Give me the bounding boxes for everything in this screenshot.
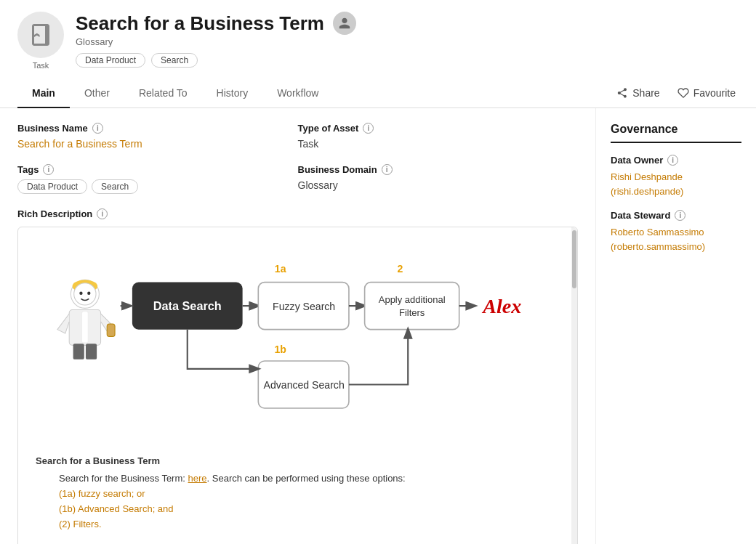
business-name-label: Business Name i: [17, 123, 298, 134]
field-tags: Tags i Data Product Search: [17, 164, 298, 194]
desc-step-1b: (1b) Advanced Search; and: [59, 502, 560, 517]
tab-related-to[interactable]: Related To: [124, 78, 202, 107]
business-domain-info-icon[interactable]: i: [382, 164, 393, 175]
filters-text-2: Filters: [399, 307, 425, 318]
tags-row: Data Product Search: [17, 179, 298, 194]
type-of-asset-info-icon[interactable]: i: [363, 123, 374, 134]
svg-rect-7: [107, 324, 115, 336]
label-1a: 1a: [275, 263, 286, 275]
data-steward-name[interactable]: Roberto Sammassimo: [611, 225, 741, 240]
description-text: Search for a Business Term Search for th…: [30, 454, 566, 538]
business-name-value: Search for a Business Term: [17, 138, 298, 150]
advanced-search-text: Advanced Search: [264, 379, 345, 391]
tab-actions: Share Favourite: [614, 81, 739, 105]
header-info: Search for a Business Term Glossary Data…: [76, 12, 739, 68]
scrollbar-thumb: [572, 230, 576, 288]
fuzzy-search-text: Fuzzy Search: [273, 301, 335, 312]
data-owner-label: Data Owner i: [611, 155, 741, 166]
task-label: Task: [33, 61, 49, 70]
tag-search: Search: [92, 179, 138, 194]
data-owner-id: (rishi.deshpande): [611, 184, 741, 199]
share-icon: [616, 87, 628, 99]
arrow-6: [349, 330, 408, 385]
favourite-button[interactable]: Favourite: [675, 81, 739, 105]
tags-label: Tags i: [17, 164, 298, 175]
header-title-row: Search for a Business Term: [76, 12, 739, 35]
svg-point-3: [79, 292, 82, 295]
field-business-domain: Business Domain i Glossary: [298, 164, 579, 194]
business-domain-label: Business Domain i: [298, 164, 579, 175]
share-button[interactable]: Share: [614, 81, 662, 105]
person-figure: [57, 280, 115, 359]
svg-point-4: [87, 292, 90, 295]
field-type-of-asset: Type of Asset i Task: [298, 123, 579, 150]
diagram-svg: Data Search 1a Fuzzy Search 2: [30, 239, 566, 452]
desc-step-1a: (1a) fuzzy search; or: [59, 487, 560, 502]
business-name-info-icon[interactable]: i: [92, 123, 103, 134]
main-content: Business Name i Search for a Business Te…: [0, 108, 756, 544]
data-steward-section: Data Steward i Roberto Sammassimo (rober…: [611, 210, 741, 253]
svg-rect-6: [82, 312, 89, 343]
tag-data-product: Data Product: [17, 179, 87, 194]
field-row-1: Business Name i Search for a Business Te…: [17, 123, 578, 150]
label-2: 2: [397, 263, 403, 275]
governance-panel: Governance Data Owner i Rishi Deshpande …: [596, 108, 756, 544]
desc-title: Search for a Business Term: [36, 455, 160, 466]
svg-rect-8: [73, 344, 84, 360]
label-1b: 1b: [274, 344, 286, 355]
data-owner-info-icon[interactable]: i: [667, 155, 678, 166]
data-owner-name[interactable]: Rishi Deshpande: [611, 170, 741, 184]
tab-main[interactable]: Main: [17, 78, 70, 107]
page-wrapper: Task Search for a Business Term Glossary…: [0, 0, 756, 544]
tabs: Main Other Related To History Workflow S…: [0, 78, 756, 108]
data-steward-info-icon[interactable]: i: [675, 210, 685, 221]
user-avatar[interactable]: [333, 12, 356, 35]
type-of-asset-value: Task: [298, 138, 579, 150]
business-domain-value: Glossary: [298, 179, 579, 191]
data-search-text: Data Search: [153, 299, 222, 312]
data-owner-section: Data Owner i Rishi Deshpande (rishi.desh…: [611, 155, 741, 198]
filters-box: [365, 283, 459, 330]
tab-other[interactable]: Other: [70, 78, 124, 107]
governance-title: Governance: [611, 123, 741, 143]
header-icon: [17, 12, 64, 58]
arrow-5: [188, 330, 259, 369]
alex-logo: Alex: [481, 295, 521, 317]
rich-desc-label: Rich Description i: [17, 208, 578, 219]
type-of-asset-label: Type of Asset i: [298, 123, 579, 134]
data-steward-id: (roberto.sammassimo): [611, 240, 741, 254]
desc-intro: Search for the Business Term:: [59, 473, 188, 484]
scrollbar[interactable]: [571, 227, 577, 544]
heart-icon: [677, 87, 689, 99]
field-row-2: Tags i Data Product Search Business Doma…: [17, 164, 578, 194]
field-business-name: Business Name i Search for a Business Te…: [17, 123, 298, 150]
content-left: Business Name i Search for a Business Te…: [0, 108, 596, 544]
desc-middle: . Search can be performed using these op…: [207, 473, 406, 484]
tags-info-icon[interactable]: i: [43, 164, 54, 175]
filters-text-1: Apply additional: [379, 294, 446, 305]
desc-step-2: (2) Filters.: [59, 517, 560, 532]
page-title: Search for a Business Term: [76, 12, 324, 35]
svg-point-2: [74, 283, 96, 305]
desc-link[interactable]: here: [188, 473, 207, 484]
header-badges: Data Product Search: [76, 53, 739, 68]
user-icon: [338, 17, 351, 30]
badge-search[interactable]: Search: [151, 53, 198, 68]
rich-desc-box[interactable]: Data Search 1a Fuzzy Search 2: [17, 227, 578, 544]
tab-history[interactable]: History: [202, 78, 263, 107]
share-label: Share: [632, 87, 659, 99]
book-icon: [28, 22, 54, 48]
rich-desc-info-icon[interactable]: i: [97, 208, 108, 219]
favourite-label: Favourite: [693, 87, 736, 99]
svg-rect-9: [86, 344, 97, 360]
header-subtitle: Glossary: [76, 36, 739, 47]
header: Task Search for a Business Term Glossary…: [0, 0, 756, 76]
badge-data-product[interactable]: Data Product: [76, 53, 145, 68]
tab-workflow[interactable]: Workflow: [262, 78, 333, 107]
data-steward-label: Data Steward i: [611, 210, 741, 221]
